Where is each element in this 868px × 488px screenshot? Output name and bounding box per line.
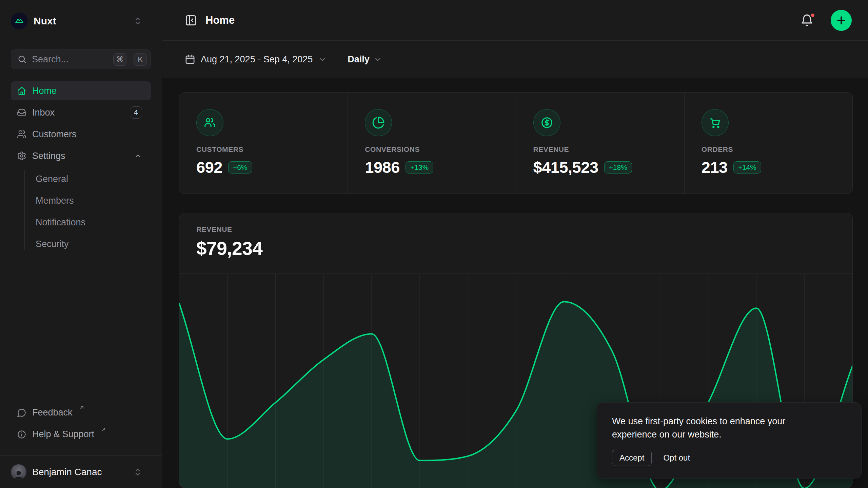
- sidebar-item-customers[interactable]: Customers: [11, 125, 151, 144]
- sidebar-footer: Feedback Help & Support: [11, 404, 151, 447]
- sidebar-nav: Home Inbox 4 Customers: [11, 81, 151, 255]
- external-link-icon: [79, 405, 85, 410]
- users-icon: [17, 129, 26, 139]
- sidebar-item-members[interactable]: Members: [36, 190, 151, 211]
- stat-conversions[interactable]: CONVERSIONS 1986 +13%: [348, 93, 516, 194]
- subnav-tree-line: [24, 170, 25, 250]
- shopping-cart-icon: [702, 109, 729, 136]
- date-range-picker[interactable]: Aug 21, 2025 - Sep 4, 2025: [185, 54, 327, 65]
- stat-label: CONVERSIONS: [365, 145, 502, 154]
- page-header: Home: [162, 0, 868, 41]
- page-title: Home: [205, 14, 235, 26]
- inbox-count-badge: 4: [130, 106, 142, 119]
- chevron-down-icon: [374, 55, 382, 64]
- kbd-k: K: [134, 53, 147, 66]
- stat-delta-badge: +18%: [604, 161, 632, 174]
- sidebar-item-notifications[interactable]: Notifications: [36, 211, 151, 233]
- pie-chart-icon: [365, 109, 392, 136]
- revenue-chart-label: REVENUE: [196, 225, 835, 233]
- chevron-up-icon: [134, 152, 142, 160]
- home-icon: [17, 86, 26, 96]
- unread-dot: [810, 13, 815, 18]
- chat-bubble-icon: [17, 408, 26, 418]
- kbd-command: ⌘: [113, 53, 126, 66]
- stat-delta-badge: +6%: [228, 161, 252, 174]
- stat-value: $415,523: [533, 158, 598, 177]
- sidebar-item-label: Customers: [32, 129, 77, 140]
- avatar: [11, 464, 26, 480]
- panel-left-close-icon[interactable]: [185, 14, 197, 26]
- filters-toolbar: Aug 21, 2025 - Sep 4, 2025 Daily: [162, 41, 868, 78]
- sidebar: Nuxt Search... ⌘ K Home: [0, 0, 162, 488]
- external-link-icon: [101, 426, 106, 432]
- feedback-link[interactable]: Feedback: [11, 404, 151, 423]
- stat-label: CUSTOMERS: [196, 145, 334, 154]
- plus-icon: [835, 15, 847, 26]
- search-icon: [17, 55, 27, 64]
- help-support-label: Help & Support: [32, 429, 94, 440]
- help-support-link[interactable]: Help & Support: [11, 426, 151, 445]
- sidebar-item-inbox[interactable]: Inbox 4: [11, 103, 151, 122]
- stat-customers[interactable]: CUSTOMERS 692 +6%: [179, 93, 348, 194]
- user-name: Benjamin Canac: [32, 467, 127, 477]
- feedback-label: Feedback: [32, 407, 73, 418]
- sidebar-item-general[interactable]: General: [36, 168, 151, 190]
- nuxt-logo: [11, 13, 28, 29]
- stat-delta-badge: +13%: [406, 161, 433, 174]
- workspace-switcher[interactable]: Nuxt: [11, 12, 151, 30]
- inbox-icon: [17, 108, 26, 117]
- chevrons-up-down-icon: [133, 468, 142, 476]
- accept-cookies-button[interactable]: Accept: [612, 450, 652, 466]
- date-range-label: Aug 21, 2025 - Sep 4, 2025: [201, 54, 313, 65]
- stat-revenue[interactable]: REVENUE $415,523 +18%: [516, 93, 684, 194]
- user-menu[interactable]: Benjamin Canac: [0, 455, 162, 488]
- stat-value: 213: [702, 158, 728, 177]
- search-placeholder: Search...: [32, 54, 106, 65]
- stat-label: REVENUE: [533, 145, 671, 154]
- settings-subnav: General Members Notifications Security: [11, 168, 151, 255]
- sidebar-item-settings[interactable]: Settings: [11, 146, 151, 165]
- user-group-icon: [196, 109, 223, 136]
- circle-dollar-icon: [533, 109, 560, 136]
- sidebar-item-label: Home: [32, 86, 57, 96]
- add-button[interactable]: [831, 10, 852, 31]
- calendar-icon: [185, 54, 195, 65]
- period-label: Daily: [348, 54, 370, 65]
- stat-label: ORDERS: [702, 145, 839, 154]
- workspace-name: Nuxt: [34, 15, 127, 27]
- stats-card: CUSTOMERS 692 +6% CONVERSIONS 1986 +13%: [179, 92, 853, 194]
- revenue-chart-total: $79,234: [196, 238, 835, 259]
- notifications-button[interactable]: [801, 14, 813, 27]
- sidebar-item-label: Settings: [32, 151, 65, 161]
- stat-orders[interactable]: ORDERS 213 +14%: [684, 93, 852, 194]
- opt-out-button[interactable]: Opt out: [662, 450, 691, 466]
- search-input[interactable]: Search... ⌘ K: [11, 49, 151, 69]
- sidebar-item-security[interactable]: Security: [36, 233, 151, 255]
- gear-icon: [17, 151, 26, 161]
- sidebar-item-home[interactable]: Home: [11, 81, 151, 100]
- chevrons-up-down-icon: [133, 17, 142, 25]
- cookie-message: We use first-party cookies to enhance yo…: [612, 415, 829, 441]
- stat-value: 1986: [365, 158, 400, 177]
- chevron-down-icon: [318, 55, 327, 64]
- cookie-banner: We use first-party cookies to enhance yo…: [597, 402, 862, 479]
- stat-delta-badge: +14%: [733, 161, 761, 174]
- stat-value: 692: [196, 158, 222, 177]
- sidebar-item-label: Inbox: [32, 107, 55, 118]
- info-circle-icon: [17, 430, 26, 439]
- period-select[interactable]: Daily: [348, 54, 382, 65]
